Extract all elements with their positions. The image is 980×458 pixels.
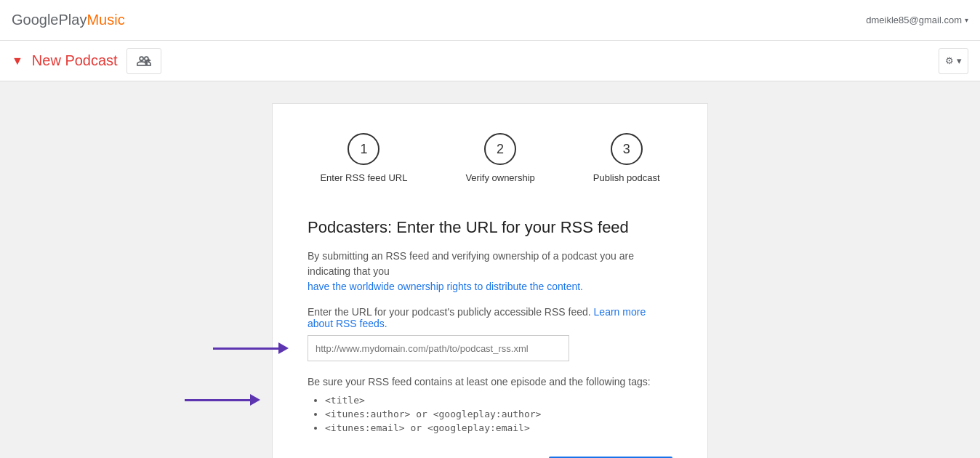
arrow-line <box>185 399 250 401</box>
chevron-down-icon: ▾ <box>965 16 968 24</box>
person-add-icon <box>137 54 151 68</box>
list-item: <title> <box>325 395 672 406</box>
chevron-down-icon: ▼ <box>12 55 23 68</box>
step-2-circle: 2 <box>484 133 516 165</box>
step-1: 1 Enter RSS feed URL <box>320 133 407 183</box>
top-navigation: Google Play Music dmeikle85@gmail.com ▾ <box>0 0 980 41</box>
secondary-toolbar: ▼ New Podcast ⚙ ▾ <box>0 41 980 81</box>
description-text: By submitting an RSS feed and verifying … <box>308 249 672 294</box>
step-3: 3 Publish podcast <box>593 133 660 183</box>
tags-note: Be sure your RSS feed contains at least … <box>308 376 672 387</box>
steps-indicator: 1 Enter RSS feed URL 2 Verify ownership … <box>308 133 672 183</box>
step-1-label: Enter RSS feed URL <box>320 172 407 183</box>
step-2: 2 Verify ownership <box>465 133 534 183</box>
page-title: New Podcast <box>32 52 118 69</box>
step-3-label: Publish podcast <box>593 172 660 183</box>
gear-icon: ⚙ <box>945 55 954 66</box>
arrow-head <box>250 394 260 406</box>
user-account-menu[interactable]: dmeikle85@gmail.com ▾ <box>866 15 968 25</box>
user-email: dmeikle85@gmail.com <box>866 15 962 25</box>
form-card: 1 Enter RSS feed URL 2 Verify ownership … <box>272 103 708 458</box>
required-tags-list: <title> <itunes:author> or <googleplay:a… <box>308 395 672 433</box>
list-item: <itunes:email> or <googleplay:email> <box>325 422 672 433</box>
logo-play: Play <box>59 12 87 28</box>
main-content: 1 Enter RSS feed URL 2 Verify ownership … <box>0 81 980 458</box>
step-2-label: Verify ownership <box>465 172 534 183</box>
arrow-pointer <box>185 394 260 406</box>
rss-url-input[interactable] <box>308 335 569 361</box>
form-title: Podcasters: Enter the URL for your RSS f… <box>308 218 672 237</box>
new-podcast-section: ▼ New Podcast <box>12 48 161 74</box>
arrow-pointer-visual <box>213 342 289 354</box>
logo-music: Music <box>87 12 124 28</box>
app-logo: Google Play Music <box>12 12 125 28</box>
step-1-circle: 1 <box>348 133 379 165</box>
add-person-button[interactable] <box>126 48 161 74</box>
logo-google: Google <box>12 12 59 28</box>
ownership-link[interactable]: have the worldwide ownership rights to d… <box>308 281 583 292</box>
rss-input-container <box>308 335 672 361</box>
input-description: Enter the URL for your podcast's publicl… <box>308 306 672 329</box>
list-item: <itunes:author> or <googleplay:author> <box>325 409 672 419</box>
step-3-circle: 3 <box>611 133 643 165</box>
settings-dropdown-arrow: ▾ <box>957 55 962 66</box>
settings-button[interactable]: ⚙ ▾ <box>939 48 968 74</box>
